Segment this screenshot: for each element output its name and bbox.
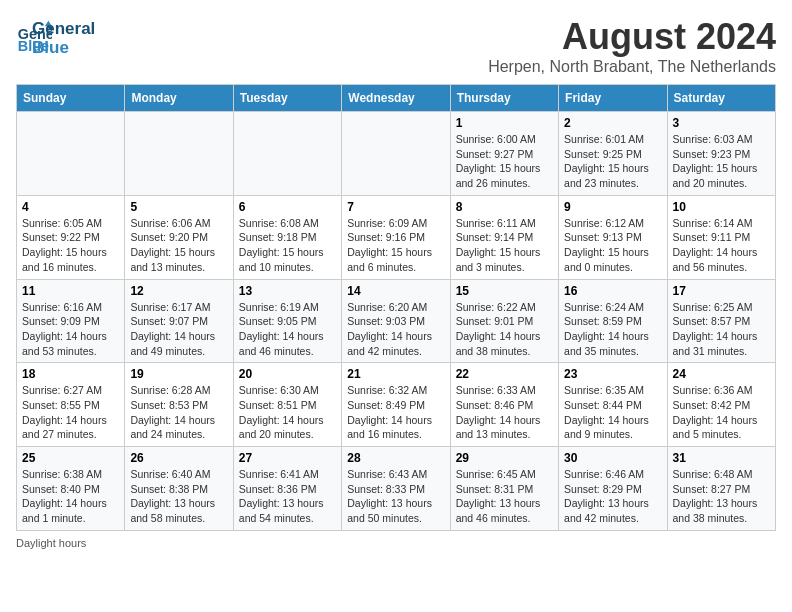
day-info: Sunrise: 6:05 AM Sunset: 9:22 PM Dayligh… <box>22 216 119 275</box>
day-info: Sunrise: 6:17 AM Sunset: 9:07 PM Dayligh… <box>130 300 227 359</box>
day-number: 21 <box>347 367 444 381</box>
day-number: 5 <box>130 200 227 214</box>
day-number: 11 <box>22 284 119 298</box>
day-info: Sunrise: 6:00 AM Sunset: 9:27 PM Dayligh… <box>456 132 553 191</box>
day-info: Sunrise: 6:16 AM Sunset: 9:09 PM Dayligh… <box>22 300 119 359</box>
day-info: Sunrise: 6:38 AM Sunset: 8:40 PM Dayligh… <box>22 467 119 526</box>
column-header-wednesday: Wednesday <box>342 85 450 112</box>
calendar-cell: 14Sunrise: 6:20 AM Sunset: 9:03 PM Dayli… <box>342 279 450 363</box>
day-info: Sunrise: 6:33 AM Sunset: 8:46 PM Dayligh… <box>456 383 553 442</box>
day-number: 29 <box>456 451 553 465</box>
calendar-cell <box>233 112 341 196</box>
calendar-cell: 27Sunrise: 6:41 AM Sunset: 8:36 PM Dayli… <box>233 447 341 531</box>
calendar-cell: 4Sunrise: 6:05 AM Sunset: 9:22 PM Daylig… <box>17 195 125 279</box>
calendar-header-row: SundayMondayTuesdayWednesdayThursdayFrid… <box>17 85 776 112</box>
day-info: Sunrise: 6:40 AM Sunset: 8:38 PM Dayligh… <box>130 467 227 526</box>
day-number: 24 <box>673 367 770 381</box>
column-header-monday: Monday <box>125 85 233 112</box>
calendar-cell: 21Sunrise: 6:32 AM Sunset: 8:49 PM Dayli… <box>342 363 450 447</box>
day-number: 4 <box>22 200 119 214</box>
calendar-cell: 28Sunrise: 6:43 AM Sunset: 8:33 PM Dayli… <box>342 447 450 531</box>
day-info: Sunrise: 6:45 AM Sunset: 8:31 PM Dayligh… <box>456 467 553 526</box>
day-number: 22 <box>456 367 553 381</box>
day-number: 30 <box>564 451 661 465</box>
day-number: 3 <box>673 116 770 130</box>
day-info: Sunrise: 6:11 AM Sunset: 9:14 PM Dayligh… <box>456 216 553 275</box>
day-number: 12 <box>130 284 227 298</box>
day-info: Sunrise: 6:14 AM Sunset: 9:11 PM Dayligh… <box>673 216 770 275</box>
column-header-tuesday: Tuesday <box>233 85 341 112</box>
day-number: 23 <box>564 367 661 381</box>
day-number: 26 <box>130 451 227 465</box>
day-info: Sunrise: 6:22 AM Sunset: 9:01 PM Dayligh… <box>456 300 553 359</box>
calendar-cell: 11Sunrise: 6:16 AM Sunset: 9:09 PM Dayli… <box>17 279 125 363</box>
day-info: Sunrise: 6:46 AM Sunset: 8:29 PM Dayligh… <box>564 467 661 526</box>
day-info: Sunrise: 6:08 AM Sunset: 9:18 PM Dayligh… <box>239 216 336 275</box>
calendar-week-row: 4Sunrise: 6:05 AM Sunset: 9:22 PM Daylig… <box>17 195 776 279</box>
column-header-friday: Friday <box>559 85 667 112</box>
logo-line1: General <box>32 20 95 39</box>
calendar-cell: 9Sunrise: 6:12 AM Sunset: 9:13 PM Daylig… <box>559 195 667 279</box>
day-info: Sunrise: 6:03 AM Sunset: 9:23 PM Dayligh… <box>673 132 770 191</box>
day-number: 10 <box>673 200 770 214</box>
day-number: 19 <box>130 367 227 381</box>
calendar-cell: 19Sunrise: 6:28 AM Sunset: 8:53 PM Dayli… <box>125 363 233 447</box>
calendar-cell: 23Sunrise: 6:35 AM Sunset: 8:44 PM Dayli… <box>559 363 667 447</box>
day-info: Sunrise: 6:25 AM Sunset: 8:57 PM Dayligh… <box>673 300 770 359</box>
day-info: Sunrise: 6:43 AM Sunset: 8:33 PM Dayligh… <box>347 467 444 526</box>
calendar-cell: 25Sunrise: 6:38 AM Sunset: 8:40 PM Dayli… <box>17 447 125 531</box>
day-info: Sunrise: 6:28 AM Sunset: 8:53 PM Dayligh… <box>130 383 227 442</box>
calendar-cell: 12Sunrise: 6:17 AM Sunset: 9:07 PM Dayli… <box>125 279 233 363</box>
day-info: Sunrise: 6:30 AM Sunset: 8:51 PM Dayligh… <box>239 383 336 442</box>
day-number: 18 <box>22 367 119 381</box>
calendar-cell <box>342 112 450 196</box>
calendar-cell: 10Sunrise: 6:14 AM Sunset: 9:11 PM Dayli… <box>667 195 775 279</box>
calendar-cell: 26Sunrise: 6:40 AM Sunset: 8:38 PM Dayli… <box>125 447 233 531</box>
calendar-week-row: 1Sunrise: 6:00 AM Sunset: 9:27 PM Daylig… <box>17 112 776 196</box>
day-number: 28 <box>347 451 444 465</box>
logo: General Blue General Blue <box>16 16 95 57</box>
day-number: 9 <box>564 200 661 214</box>
day-number: 1 <box>456 116 553 130</box>
day-number: 14 <box>347 284 444 298</box>
calendar-table: SundayMondayTuesdayWednesdayThursdayFrid… <box>16 84 776 531</box>
calendar-cell: 24Sunrise: 6:36 AM Sunset: 8:42 PM Dayli… <box>667 363 775 447</box>
calendar-cell: 20Sunrise: 6:30 AM Sunset: 8:51 PM Dayli… <box>233 363 341 447</box>
day-info: Sunrise: 6:01 AM Sunset: 9:25 PM Dayligh… <box>564 132 661 191</box>
day-number: 8 <box>456 200 553 214</box>
calendar-cell: 13Sunrise: 6:19 AM Sunset: 9:05 PM Dayli… <box>233 279 341 363</box>
day-info: Sunrise: 6:41 AM Sunset: 8:36 PM Dayligh… <box>239 467 336 526</box>
day-number: 20 <box>239 367 336 381</box>
day-number: 25 <box>22 451 119 465</box>
calendar-cell: 29Sunrise: 6:45 AM Sunset: 8:31 PM Dayli… <box>450 447 558 531</box>
calendar-cell: 1Sunrise: 6:00 AM Sunset: 9:27 PM Daylig… <box>450 112 558 196</box>
calendar-cell <box>17 112 125 196</box>
calendar-cell: 15Sunrise: 6:22 AM Sunset: 9:01 PM Dayli… <box>450 279 558 363</box>
day-info: Sunrise: 6:20 AM Sunset: 9:03 PM Dayligh… <box>347 300 444 359</box>
calendar-cell: 6Sunrise: 6:08 AM Sunset: 9:18 PM Daylig… <box>233 195 341 279</box>
calendar-cell: 31Sunrise: 6:48 AM Sunset: 8:27 PM Dayli… <box>667 447 775 531</box>
day-info: Sunrise: 6:19 AM Sunset: 9:05 PM Dayligh… <box>239 300 336 359</box>
day-info: Sunrise: 6:27 AM Sunset: 8:55 PM Dayligh… <box>22 383 119 442</box>
day-number: 17 <box>673 284 770 298</box>
calendar-cell: 22Sunrise: 6:33 AM Sunset: 8:46 PM Dayli… <box>450 363 558 447</box>
day-number: 6 <box>239 200 336 214</box>
calendar-cell: 17Sunrise: 6:25 AM Sunset: 8:57 PM Dayli… <box>667 279 775 363</box>
day-number: 16 <box>564 284 661 298</box>
footer-note: Daylight hours <box>16 537 776 549</box>
day-info: Sunrise: 6:32 AM Sunset: 8:49 PM Dayligh… <box>347 383 444 442</box>
month-year-title: August 2024 <box>488 16 776 58</box>
calendar-cell: 30Sunrise: 6:46 AM Sunset: 8:29 PM Dayli… <box>559 447 667 531</box>
page-header: General Blue General Blue August 2024 He… <box>16 16 776 76</box>
calendar-week-row: 25Sunrise: 6:38 AM Sunset: 8:40 PM Dayli… <box>17 447 776 531</box>
day-info: Sunrise: 6:48 AM Sunset: 8:27 PM Dayligh… <box>673 467 770 526</box>
day-info: Sunrise: 6:35 AM Sunset: 8:44 PM Dayligh… <box>564 383 661 442</box>
logo-line2: Blue <box>32 39 95 58</box>
calendar-cell: 16Sunrise: 6:24 AM Sunset: 8:59 PM Dayli… <box>559 279 667 363</box>
day-number: 15 <box>456 284 553 298</box>
calendar-cell: 8Sunrise: 6:11 AM Sunset: 9:14 PM Daylig… <box>450 195 558 279</box>
calendar-cell: 7Sunrise: 6:09 AM Sunset: 9:16 PM Daylig… <box>342 195 450 279</box>
day-number: 2 <box>564 116 661 130</box>
column-header-saturday: Saturday <box>667 85 775 112</box>
calendar-cell: 5Sunrise: 6:06 AM Sunset: 9:20 PM Daylig… <box>125 195 233 279</box>
